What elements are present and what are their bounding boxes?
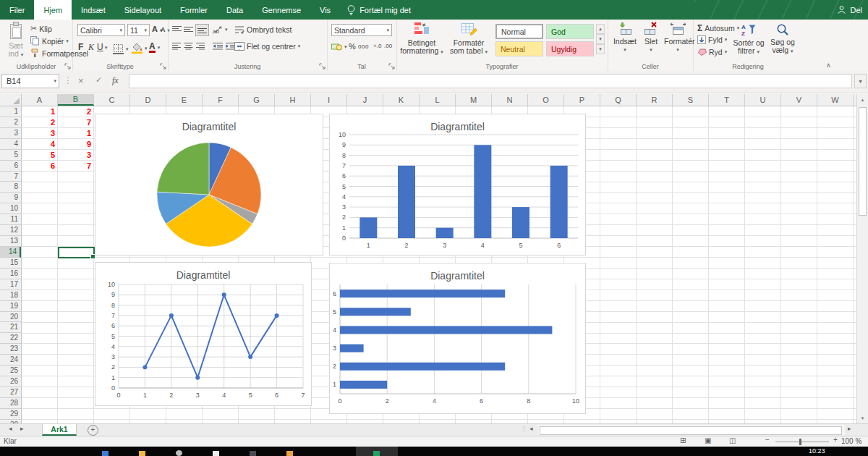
column-header-W[interactable]: W [817,94,854,106]
align-bottom-button[interactable] [195,24,209,36]
collapse-ribbon-button[interactable]: ∧ [826,62,831,69]
row-header-18[interactable]: 18 [0,290,21,301]
column-header-O[interactable]: O [528,94,564,106]
tab-indsaet[interactable]: Indsæt [72,0,115,20]
tab-data[interactable]: Data [217,0,252,20]
insert-function-button[interactable]: fx [112,75,119,86]
column-header-H[interactable]: H [275,94,311,106]
taskbar-app-icon[interactable] [139,451,145,456]
row-header-3[interactable]: 3 [0,128,21,139]
bold-button[interactable]: F [78,42,83,52]
row-header-1[interactable]: 1 [0,106,21,117]
row-header-20[interactable]: 20 [0,312,21,323]
column-header-F[interactable]: F [203,94,239,106]
comma-style-button[interactable]: 000 [358,43,369,50]
vertical-scrollbar[interactable]: ▴ ▾ [856,94,868,423]
tab-scroll-sizer[interactable]: ⋮ [521,425,527,432]
cell-B4[interactable]: 9 [58,139,91,150]
row-header-15[interactable]: 15 [0,258,21,269]
hscroll-left-button[interactable]: ◂ [529,425,533,432]
column-header-K[interactable]: K [383,94,420,106]
tab-sidelayout[interactable]: Sidelayout [115,0,171,20]
cancel-entry-button[interactable]: × [78,75,84,86]
cell-B5[interactable]: 3 [58,150,91,161]
row-header-13[interactable]: 13 [0,236,21,247]
taskbar-app-icon[interactable] [102,451,109,456]
column-header-L[interactable]: L [420,94,456,106]
align-center-button[interactable] [184,42,193,50]
format-as-table-button[interactable]: Formatér som tabel ▾ [446,22,492,56]
conditional-formatting-button[interactable]: ≠ Betinget formatering ▾ [399,22,444,56]
insert-cells-button[interactable]: Indsæt ▾ [612,22,638,54]
horizontal-scroll-thumb[interactable] [540,426,842,435]
row-header-26[interactable]: 26 [0,376,21,387]
gallery-more-button[interactable]: ▾ [596,44,605,54]
taskbar-app-icon[interactable] [250,451,256,456]
cell-A1[interactable]: 1 [22,106,55,117]
name-box-dropdown[interactable]: ▾ [54,78,56,84]
decrease-indent-button[interactable] [213,42,223,50]
tab-formler[interactable]: Formler [171,0,217,20]
increase-decimal-button[interactable]: +.0 [373,43,381,49]
decrease-decimal-button[interactable]: .00 [384,43,392,49]
column-header-N[interactable]: N [492,94,528,106]
merge-center-button[interactable]: Flet og centrer▾ [234,42,300,51]
column-header-G[interactable]: G [239,94,275,106]
sheet-tab-ark1[interactable]: Ark1 [42,424,77,436]
wrap-text-button[interactable]: Ombryd tekst [234,25,292,34]
hscroll-right-button[interactable]: ▸ [848,425,851,432]
cut-button[interactable]: ✂ Klip [30,24,52,33]
taskbar-app-icon[interactable] [176,450,182,456]
active-cell-b14[interactable] [58,247,95,258]
horizontal-bar-chart[interactable]: Diagramtitel0246810123456 [329,263,586,414]
cell-A4[interactable]: 4 [22,139,55,150]
column-header-I[interactable]: I [311,94,347,106]
row-header-29[interactable]: 29 [0,409,21,420]
scroll-down-button[interactable]: ▾ [857,413,868,423]
taskbar-excel-button[interactable] [356,447,398,456]
pie-chart[interactable]: Diagramtitel [95,114,323,256]
name-box[interactable]: B14 ▾ [1,74,59,88]
cell-B6[interactable]: 7 [58,161,91,172]
new-sheet-button[interactable]: + [88,425,98,436]
tab-gennemse[interactable]: Gennemse [252,0,310,20]
align-right-button[interactable] [195,42,205,50]
confirm-entry-button[interactable]: ✓ [95,75,102,85]
taskbar-app-icon[interactable] [213,451,219,456]
cell-B1[interactable]: 2 [58,106,91,117]
row-header-14[interactable]: 14 [0,247,21,258]
column-header-S[interactable]: S [673,94,709,106]
style-chip-ugyldig[interactable]: Ugyldig [546,41,594,56]
gallery-up-button[interactable]: ▴ [596,24,605,34]
gallery-down-button[interactable]: ▾ [596,34,605,44]
clear-button[interactable]: Ryd▾ [697,48,727,56]
number-format-select[interactable]: Standard▾ [331,24,392,36]
alignment-dialog-launcher[interactable] [319,63,326,69]
row-header-16[interactable]: 16 [0,269,21,279]
column-header-J[interactable]: J [347,94,383,106]
formula-input[interactable] [129,74,852,88]
underline-dropdown[interactable]: ▾ [105,45,108,51]
paste-button[interactable]: Sæt ind ▾ [3,22,29,59]
select-all-corner[interactable] [0,94,22,106]
row-header-12[interactable]: 12 [0,225,21,236]
view-page-layout-button[interactable]: ▣ [705,436,711,444]
cell-B2[interactable]: 7 [58,117,91,128]
column-header-P[interactable]: P [564,94,600,106]
scatter-line-chart[interactable]: Diagramtitel01234567012345678910 [95,262,312,406]
column-chart[interactable]: Diagramtitel012345678910123456 [329,114,586,256]
column-header-V[interactable]: V [781,94,817,106]
view-normal-button[interactable]: ⊞ [680,436,686,444]
font-family-select[interactable]: Calibri▾ [77,24,125,36]
sort-filter-button[interactable]: AZ Sortér og filtrer ▾ [731,23,767,56]
fill-button[interactable]: Fyld▾ [697,35,727,44]
zoom-level[interactable]: 100 % [841,437,861,445]
column-header-Q[interactable]: Q [600,94,637,106]
row-header-6[interactable]: 6 [0,161,21,172]
column-header-U[interactable]: U [745,94,781,106]
column-header-A[interactable]: A [22,94,58,106]
italic-button[interactable]: K [88,42,94,53]
align-middle-button[interactable] [184,25,193,33]
align-left-button[interactable] [172,42,182,50]
scroll-up-button[interactable]: ▴ [857,94,868,105]
